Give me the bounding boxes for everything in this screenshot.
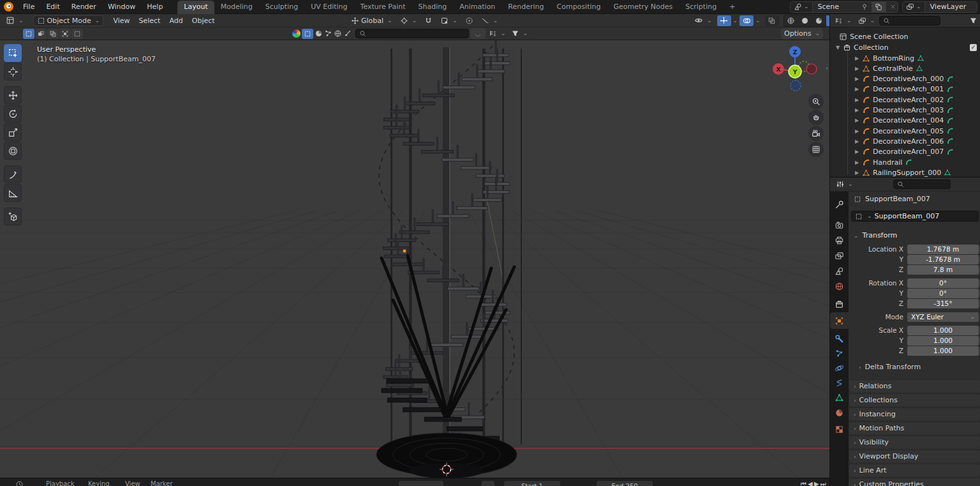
viewport-3d[interactable]: User Perspective (1) Collection | Suppor… <box>0 40 829 478</box>
filter-dropdown[interactable]: ⌄ <box>509 28 530 39</box>
tool-select-box[interactable] <box>4 44 22 62</box>
tab-view-layer[interactable] <box>830 248 849 263</box>
texture-filter-icon[interactable] <box>315 29 323 38</box>
options-button[interactable]: Options⌄ <box>781 28 823 39</box>
workspace-tab-shading[interactable]: Shading <box>412 1 454 14</box>
tool-cursor[interactable] <box>4 63 22 80</box>
tab-world[interactable] <box>830 278 849 294</box>
expand-icon[interactable]: ▶ <box>854 56 859 61</box>
shading-wireframe-button[interactable] <box>784 15 798 26</box>
timeline-editor-icon[interactable] <box>15 480 24 486</box>
outliner-item-DecorativeArch_007[interactable]: ▶ DecorativeArch_007 <box>854 147 954 157</box>
section-relations[interactable]: ›Relations <box>849 379 980 392</box>
select-mode-intersect-button[interactable] <box>71 29 83 39</box>
overlays-toggle[interactable] <box>739 15 754 26</box>
menu-help[interactable]: Help <box>141 0 168 14</box>
tool-annotate[interactable] <box>4 165 22 183</box>
tool-transform[interactable] <box>4 142 22 160</box>
expand-icon[interactable]: ▶ <box>854 107 859 113</box>
editor-type-button[interactable]: ⌄ <box>3 15 27 26</box>
outliner-item-DecorativeArch_005[interactable]: ▶ DecorativeArch_005 <box>854 126 954 136</box>
pan-hand-button[interactable] <box>808 110 824 125</box>
snap-target-selector[interactable]: ⌄ <box>437 15 461 26</box>
menu-viewport-view[interactable]: View <box>108 17 134 25</box>
section-custom-properties[interactable]: ›Custom Properties <box>849 478 980 486</box>
menu-viewport-select[interactable]: Select <box>135 17 165 25</box>
section-collections[interactable]: ›Collections <box>849 393 980 406</box>
location-y-field[interactable]: -1.7678 m <box>907 255 979 264</box>
proportional-editing-toggle[interactable] <box>462 15 477 26</box>
tab-texture[interactable] <box>830 421 849 437</box>
scale-y-field[interactable]: 1.000 <box>907 336 979 346</box>
tool-add-cube[interactable] <box>4 208 22 225</box>
select-mode-subtract-button[interactable] <box>47 29 59 39</box>
add-workspace-button[interactable]: + <box>723 1 741 14</box>
select-mode-invert-button[interactable] <box>59 29 71 39</box>
timeline-current-frame-field[interactable] <box>399 481 443 486</box>
particles-filter-icon[interactable] <box>324 29 332 38</box>
section-instancing[interactable]: ›Instancing <box>849 407 980 420</box>
outliner-filter-button[interactable] <box>969 17 977 25</box>
outliner-search-input[interactable] <box>879 16 940 26</box>
expand-icon[interactable]: ▶ <box>854 149 859 155</box>
playback-controls[interactable]: ⏮◀▶⏭ <box>801 480 827 486</box>
workspace-tab-layout[interactable]: Layout <box>177 1 214 14</box>
section-line-art[interactable]: ›Line Art <box>849 464 980 476</box>
outliner-item-DecorativeArch_004[interactable]: ▶ DecorativeArch_004 <box>854 116 954 126</box>
tab-modifiers[interactable] <box>830 331 849 346</box>
transform-panel-header[interactable]: ⌄ Transform <box>854 231 897 239</box>
tab-object-data[interactable] <box>830 390 849 405</box>
scale-x-field[interactable]: 1.000 <box>907 326 979 335</box>
location-z-field[interactable]: 7.8 m <box>907 265 979 275</box>
menu-window[interactable]: Window <box>102 0 141 14</box>
snap-toggle[interactable] <box>421 15 436 26</box>
tab-object[interactable] <box>830 312 849 329</box>
properties-search-input[interactable] <box>893 179 951 189</box>
rotation-y-field[interactable]: 0° <box>907 289 979 298</box>
section-motion-paths[interactable]: ›Motion Paths <box>849 421 980 434</box>
select-mode-extend-button[interactable] <box>35 29 47 39</box>
scene-name[interactable]: Scene <box>813 3 858 11</box>
timeline-menu-keying[interactable]: Keying <box>88 480 110 486</box>
gizmos-dropdown[interactable]: ⌄ <box>733 18 738 24</box>
gizmos-toggle[interactable] <box>717 15 731 26</box>
brush-filter-icon[interactable] <box>343 29 352 38</box>
workspace-tab-modeling[interactable]: Modeling <box>214 1 259 14</box>
rotation-mode-select[interactable]: XYZ Euler⌄ <box>907 312 979 322</box>
tab-render[interactable] <box>830 217 849 232</box>
breadcrumb-object-name[interactable]: SupportBeam_007 <box>865 195 930 203</box>
overlays-dropdown[interactable]: ⌄ <box>755 18 761 24</box>
outliner-item-CentralPole[interactable]: ▶ CentralPole <box>854 63 923 73</box>
tab-collection[interactable] <box>830 296 849 312</box>
camera-view-button[interactable] <box>808 126 824 141</box>
outliner-filter-id-selector[interactable]: ⌄ <box>856 15 877 26</box>
new-scene-button[interactable] <box>872 2 886 12</box>
properties-editor-type-button[interactable]: ⌄ <box>833 179 856 190</box>
rotation-z-field[interactable]: -315° <box>907 299 979 308</box>
workspace-tab-animation[interactable]: Animation <box>453 1 501 14</box>
collapse-icon[interactable]: ◡ <box>470 28 486 39</box>
menu-file[interactable]: File <box>17 0 40 14</box>
select-mode-set-button[interactable] <box>23 29 34 39</box>
delete-scene-button[interactable] <box>886 2 898 12</box>
delta-transform-header[interactable]: ›Delta Transform <box>859 363 921 371</box>
timeline-start-field[interactable]: Start 1 <box>504 481 560 486</box>
section-viewport-display[interactable]: ›Viewport Display <box>849 450 980 462</box>
expand-icon[interactable]: ▶ <box>854 86 859 92</box>
tab-physics[interactable] <box>830 360 849 376</box>
orthographic-toggle-button[interactable] <box>808 142 824 157</box>
outliner-item-DecorativeArch_002[interactable]: ▶ DecorativeArch_002 <box>854 95 954 105</box>
expand-icon[interactable]: ▶ <box>854 76 859 82</box>
proportional-falloff-selector[interactable]: ⌄ <box>478 15 501 26</box>
outliner-item-DecorativeArch_000[interactable]: ▶ DecorativeArch_000 <box>854 74 954 84</box>
object-name-field[interactable]: ⌄ SupportBeam_007 <box>851 211 979 222</box>
location-x-field[interactable]: 1.7678 m <box>907 245 979 254</box>
pivot-point-selector[interactable]: ⌄ <box>397 15 420 26</box>
sidebar-collapse-icon[interactable]: ‹ <box>826 65 828 72</box>
tab-tool[interactable] <box>830 197 849 212</box>
expand-icon[interactable]: ▶ <box>854 66 859 72</box>
collection-checkbox[interactable]: ✓ <box>970 44 977 51</box>
menu-viewport-object[interactable]: Object <box>188 17 219 25</box>
scale-z-field[interactable]: 1.000 <box>907 346 979 356</box>
tab-material[interactable] <box>830 405 849 420</box>
